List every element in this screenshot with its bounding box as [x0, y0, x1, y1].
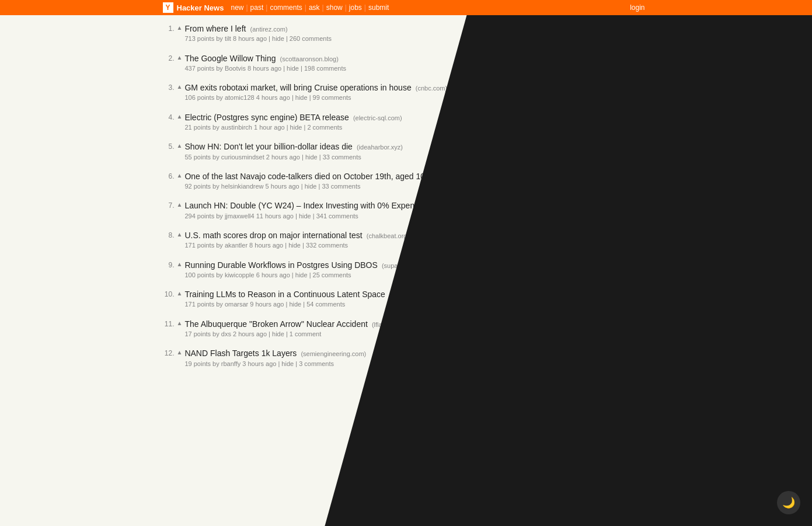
nav-comments[interactable]: comments [267, 4, 304, 12]
story-comments[interactable]: 1 comment [290, 330, 321, 337]
story-title-link[interactable]: NAND Flash Targets 1k Layers [184, 349, 297, 358]
main-nav: new | past | comments | ask | show | job… [228, 4, 391, 12]
upvote-button[interactable] [177, 171, 183, 179]
story-title-link[interactable]: Running Durable Workflows in Postgres Us… [184, 260, 377, 270]
upvote-button[interactable] [177, 53, 183, 61]
story-author[interactable]: rbanffy [221, 360, 241, 367]
story-title-link[interactable]: The Albuquerque "Broken Arrow" Nuclear A… [184, 319, 367, 329]
story-comments[interactable]: 33 comments [322, 183, 360, 190]
header-bar: Y Hacker News new | past | comments | as… [0, 0, 812, 15]
story-number: 10. [158, 289, 175, 298]
story-domain: (chalkbeat.org) [365, 232, 409, 239]
story-title-link[interactable]: U.S. math scores drop on major internati… [184, 231, 362, 240]
story-author[interactable]: dxs [221, 330, 231, 337]
story-hide[interactable]: hide [272, 35, 284, 42]
story-title-link[interactable]: GM exits robotaxi market, will bring Cru… [184, 83, 411, 92]
story-domain: (semiengineering.com) [299, 350, 366, 357]
story-hide[interactable]: hide [295, 271, 308, 278]
story-hide[interactable]: hide [287, 65, 299, 72]
header-inner: Y Hacker News new | past | comments | as… [158, 0, 654, 15]
story-domain: (antirez.com) [248, 26, 287, 33]
story-hide[interactable]: hide [281, 360, 294, 367]
upvote-button[interactable] [177, 141, 183, 149]
story-author[interactable]: Bootvis [225, 65, 246, 72]
story-comments[interactable]: 33 comments [323, 154, 361, 161]
story-author[interactable]: austinbirch [221, 124, 252, 131]
nav-new[interactable]: new [228, 4, 246, 12]
story-domain: (scottaaronson.blog) [278, 55, 339, 62]
story-hide[interactable]: hide [289, 301, 301, 308]
story-comments[interactable]: 3 comments [299, 360, 334, 367]
story-title-link[interactable]: Electric (Postgres sync engine) BETA rel… [184, 113, 349, 122]
story-number: 2. [158, 53, 175, 62]
story-author[interactable]: omarsar [225, 301, 248, 308]
nav-ask[interactable]: ask [306, 4, 322, 12]
story-title-link[interactable]: From where I left [184, 24, 246, 33]
story-title-link[interactable]: The Google Willow Thing [184, 54, 276, 63]
story-comments[interactable]: 25 comments [313, 271, 351, 278]
story-hide[interactable]: hide [299, 213, 311, 220]
login-link[interactable]: login [630, 4, 644, 12]
story-comments[interactable]: 260 comments [290, 35, 332, 42]
story-hide[interactable]: hide [295, 94, 308, 101]
story-hide[interactable]: hide [305, 154, 318, 161]
upvote-button[interactable] [177, 230, 183, 238]
story-number: 8. [158, 230, 175, 239]
story-comments[interactable]: 332 comments [306, 242, 348, 249]
story-number: 11. [158, 319, 175, 328]
story-author[interactable]: jjmaxwell4 [225, 213, 255, 220]
story-title-link[interactable]: One of the last Navajo code-talkers died… [184, 172, 430, 181]
story-number: 12. [158, 348, 175, 357]
story-domain: (electric-sql.com) [351, 114, 402, 121]
site-name: Hacker News [177, 4, 224, 12]
nav-past[interactable]: past [248, 4, 266, 12]
story-number: 6. [158, 171, 175, 180]
upvote-button[interactable] [177, 112, 183, 120]
story-comments[interactable]: 198 comments [304, 65, 346, 72]
story-author[interactable]: atomic128 [225, 94, 255, 101]
story-hide[interactable]: hide [305, 183, 317, 190]
story-author[interactable]: akantler [225, 242, 248, 249]
nav-show[interactable]: show [324, 4, 345, 12]
upvote-button[interactable] [177, 200, 183, 208]
story-author[interactable]: helsinkiandrew [221, 183, 264, 190]
story-comments[interactable]: 341 comments [316, 213, 358, 220]
story-number: 7. [158, 200, 175, 210]
story-hide[interactable]: hide [290, 124, 302, 131]
upvote-button[interactable] [177, 260, 183, 267]
story-number: 4. [158, 112, 175, 121]
story-title-link[interactable]: Training LLMs to Reason in a Continuous … [184, 290, 385, 299]
upvote-button[interactable] [177, 319, 183, 326]
story-domain: (ideaharbor.xyz) [355, 144, 403, 151]
upvote-button[interactable] [177, 289, 183, 297]
story-title-link[interactable]: Show HN: Don't let your billion-dollar i… [184, 142, 352, 151]
story-number: 5. [158, 141, 175, 151]
site-logo[interactable]: Y [163, 2, 173, 13]
story-comments[interactable]: 54 comments [306, 301, 345, 308]
story-author[interactable]: tilt [225, 35, 231, 42]
story-number: 3. [158, 82, 175, 92]
story-comments[interactable]: 99 comments [313, 94, 351, 101]
logo-text: Y [165, 4, 170, 12]
story-number: 9. [158, 260, 175, 269]
nav-submit[interactable]: submit [366, 4, 391, 12]
story-author[interactable]: kiwicopple [225, 271, 255, 278]
story-hide[interactable]: hide [288, 242, 301, 249]
upvote-button[interactable] [177, 23, 183, 31]
story-hide[interactable]: hide [272, 330, 284, 337]
story-domain: (cnbc.com) [414, 85, 447, 92]
upvote-button[interactable] [177, 82, 183, 90]
dark-mode-toggle[interactable]: 🌙 [777, 491, 800, 514]
story-comments[interactable]: 2 comments [307, 124, 342, 131]
story-author[interactable]: curiousmindset [221, 154, 264, 161]
nav-jobs[interactable]: jobs [347, 4, 364, 12]
story-number: 1. [158, 23, 175, 33]
story-title-link[interactable]: Launch HN: Double (YC W24) – Index Inves… [184, 201, 448, 210]
upvote-button[interactable] [177, 348, 183, 356]
